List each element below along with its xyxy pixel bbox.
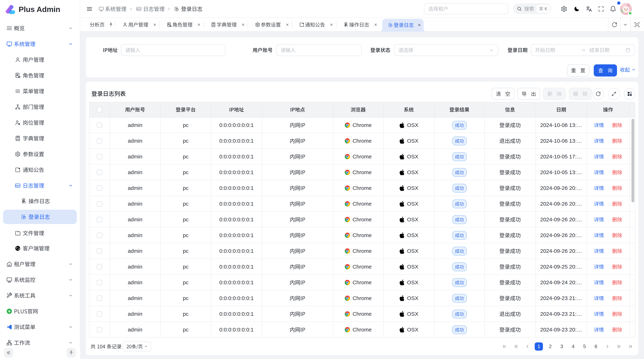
svg-text:DEV: DEV <box>137 8 141 10</box>
svg-text:DEV: DEV <box>16 185 20 187</box>
